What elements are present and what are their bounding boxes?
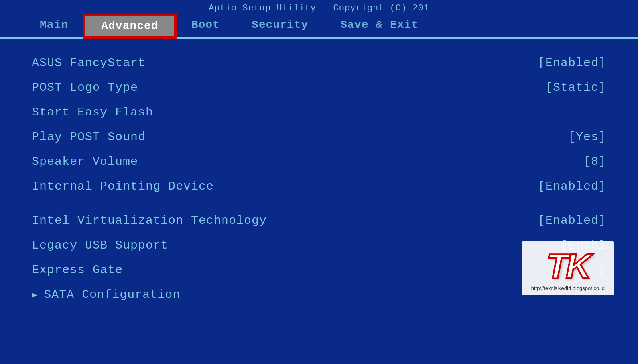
bios-header: Aptio Setup Utility - Copyright (C) 201 … — [0, 0, 638, 37]
menu-row-speaker-vol[interactable]: Speaker Volume [8] — [32, 149, 606, 174]
menu-value-speaker-vol: [8] — [583, 155, 606, 168]
menu-row-pointing[interactable]: Internal Pointing Device [Enabled] — [32, 174, 606, 199]
menu-row-legacy-usb[interactable]: Legacy USB Support [Enabl — [32, 233, 606, 258]
spacer-1 — [32, 199, 606, 208]
nav-item-main[interactable]: Main — [24, 15, 84, 37]
menu-label-sata-config: SATA Configuration — [32, 288, 180, 301]
nav-item-security[interactable]: Security — [236, 15, 324, 37]
menu-label-easy-flash: Start Easy Flash — [32, 106, 153, 119]
nav-bar: Main Advanced Boot Security Save & Exit — [0, 15, 638, 37]
menu-row-express-gate[interactable]: Express Gate [ — [32, 258, 606, 282]
bios-title: Aptio Setup Utility - Copyright (C) 201 — [0, 0, 638, 15]
menu-row-post-sound[interactable]: Play POST Sound [Yes] — [32, 125, 606, 149]
menu-label-post-logo: POST Logo Type — [32, 81, 138, 94]
menu-value-post-logo: [Static] — [545, 81, 606, 94]
menu-row-easy-flash[interactable]: Start Easy Flash — [32, 100, 606, 125]
menu-row-intel-virt[interactable]: Intel Virtualization Technology [Enabled… — [32, 208, 606, 233]
menu-row-post-logo[interactable]: POST Logo Type [Static] — [32, 75, 606, 100]
menu-value-pointing: [Enabled] — [538, 180, 606, 193]
menu-label-fancy-start: ASUS FancyStart — [32, 56, 146, 70]
menu-value-fancy-start: [Enabled] — [538, 56, 606, 70]
menu-row-fancy-start[interactable]: ASUS FancyStart [Enabled] — [32, 51, 606, 75]
menu-label-speaker-vol: Speaker Volume — [32, 155, 138, 168]
menu-label-legacy-usb: Legacy USB Support — [32, 239, 168, 252]
menu-label-pointing: Internal Pointing Device — [32, 180, 214, 193]
menu-row-sata-config[interactable]: SATA Configuration — [32, 282, 606, 307]
nav-item-boot[interactable]: Boot — [175, 15, 236, 37]
menu-label-express-gate: Express Gate — [32, 263, 123, 277]
nav-item-save-exit[interactable]: Save & Exit — [324, 15, 434, 37]
nav-item-advanced[interactable]: Advanced — [84, 15, 175, 37]
watermark-overlay: TK http://teknisikediri.blogspot.co.id — [522, 241, 614, 295]
menu-value-post-sound: [Yes] — [568, 130, 606, 144]
watermark-logo: TK — [531, 249, 605, 284]
menu-label-intel-virt: Intel Virtualization Technology — [32, 214, 267, 227]
menu-label-post-sound: Play POST Sound — [32, 130, 146, 144]
main-content: ASUS FancyStart [Enabled] POST Logo Type… — [0, 39, 638, 319]
menu-value-intel-virt: [Enabled] — [538, 214, 606, 227]
watermark-url: http://teknisikediri.blogspot.co.id — [531, 285, 605, 291]
